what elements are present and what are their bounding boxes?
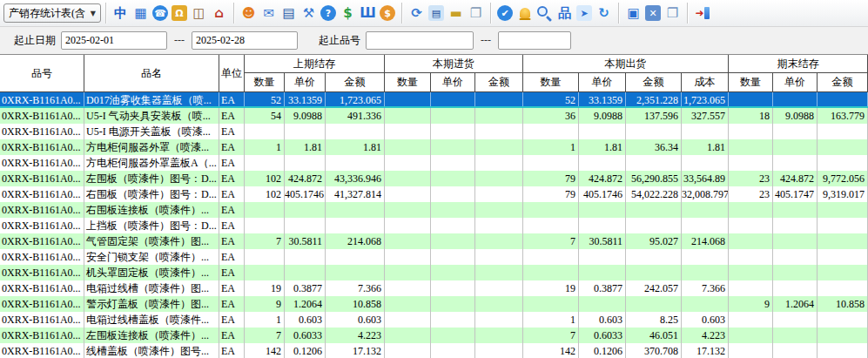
part-to-input[interactable] [498, 31, 571, 50]
refresh-icon[interactable]: ↻ [595, 4, 613, 23]
restore-window-icon[interactable]: ▣ [624, 4, 643, 23]
org-chart-icon[interactable]: 品 [555, 4, 574, 23]
cell-out-cost: 0.603 [682, 312, 729, 328]
cell-out-qty: 7 [523, 233, 579, 249]
table-row[interactable]: 0XRX-B1161A0...左围板连接板（喷漆件）...EA70.60334.… [0, 328, 868, 343]
cell-end-qty [729, 343, 773, 358]
cell-end-price [773, 312, 818, 328]
users-icon[interactable]: ☻ [239, 4, 258, 23]
table-row[interactable]: 0XRX-B1161A0...右围板（喷漆件）图号：D...EA102405.1… [0, 186, 868, 202]
cell-prev-amount [326, 202, 385, 218]
cell-unit: EA [219, 171, 245, 186]
report-type-selector[interactable]: 产销存统计表(含 ▼ [3, 3, 101, 23]
cell-end-amount: 9,319.017 [818, 186, 868, 202]
copy-icon[interactable]: ❐ [467, 4, 485, 23]
cart-icon[interactable]: Ш [359, 4, 377, 23]
cell-in-price [431, 202, 475, 218]
table-row[interactable]: 0XRX-B1161A0...方电柜伺服器外罩（喷漆...EA11.811.81… [0, 139, 868, 155]
cell-in-qty [385, 249, 431, 265]
notebook-icon[interactable]: ▤ [428, 5, 444, 21]
briefcase-icon[interactable]: ◫ [190, 4, 208, 23]
cell-out-amount [626, 265, 682, 280]
user-dollar-icon[interactable]: $ [380, 5, 395, 21]
table-row[interactable]: 0XRX-B1161A0...警示灯盖板（喷漆件）图...EA91.206410… [0, 296, 868, 312]
group-header-2: 本期出货数量单价金额成本 [523, 55, 729, 91]
table-row[interactable]: 0XRX-B1161A0...U5-I 气动夹具安装板（喷...EA549.09… [0, 108, 868, 124]
cell-out-cost [682, 218, 729, 233]
search-doc-icon[interactable] [535, 4, 554, 23]
cell-prev-amount: 4.223 [326, 328, 385, 343]
cell-unit: EA [219, 343, 245, 358]
table-row[interactable]: 0XRX-B1161A0...气管固定架（喷漆件）图...EA730.58112… [0, 233, 868, 249]
cell-in-qty [385, 202, 431, 218]
mail-icon[interactable]: ✉ [259, 4, 278, 23]
cell-end-price [773, 328, 818, 343]
exit-icon[interactable]: ➜ [693, 4, 711, 23]
date-from-input[interactable] [61, 31, 167, 50]
cell-unit: EA [219, 186, 245, 202]
table-row[interactable]: 0XRX-B1161A0...右围板连接板（喷漆件）...EA [0, 202, 868, 218]
table-row[interactable]: 0XRX-B1161A0...左围板（喷漆件）图号：D...EA102424.8… [0, 171, 868, 186]
lock-icon[interactable]: Ω [172, 5, 187, 21]
col-header: 单价 [285, 73, 326, 91]
home-icon[interactable]: ⌂ [210, 4, 228, 23]
cell-part-no: 0XRX-B1161A0... [0, 155, 84, 171]
cell-out-cost [682, 265, 729, 280]
main-toolbar: 产销存统计表(含 ▼ 中▦☎Ω◫⌂☻✉▤⚒?$Ш$⟳▤▬❐✔品➤↻▣✕❐➜ [0, 0, 868, 27]
cell-out-amount [626, 218, 682, 233]
cell-out-cost: 1.81 [682, 139, 729, 155]
table-row[interactable]: 0XRX-B1161A0...安全门锁支架（喷漆件）...EA [0, 249, 868, 265]
cell-end-amount [818, 155, 868, 171]
phone-icon[interactable]: ☎ [152, 5, 168, 21]
bell-icon[interactable] [515, 4, 534, 23]
cell-unit: EA [219, 124, 245, 139]
cell-in-price [431, 155, 475, 171]
table-row[interactable]: 0XRX-B1161A0...机头罩固定板（喷漆件）...EA [0, 265, 868, 280]
cascade-windows-icon[interactable]: ❐ [663, 4, 682, 23]
table-row[interactable]: 0XRX-B1161A0...电箱过线槽盖板（喷漆件...EA10.6030.6… [0, 312, 868, 328]
report-refresh-icon[interactable]: ⟳ [407, 4, 426, 23]
part-from-input[interactable] [366, 31, 474, 50]
cell-in-price [431, 92, 475, 106]
cell-prev-price [285, 202, 326, 218]
date-to-input[interactable] [192, 31, 298, 50]
table-row[interactable]: 0XRX-B1161A0...线槽盖板（喷漆件）图号...EA1420.1206… [0, 343, 868, 358]
cell-prev-amount: 41,327.814 [326, 186, 385, 202]
close-window-icon[interactable]: ✕ [645, 5, 661, 21]
help-icon[interactable]: ? [320, 5, 336, 21]
dollar-icon[interactable]: $ [339, 4, 357, 23]
cell-end-qty [729, 249, 773, 265]
tool-icon[interactable]: ⚒ [299, 4, 318, 23]
table-row[interactable]: 0XRX-B1161A0...上挡板（喷漆件）图号：D...EA [0, 218, 868, 233]
cell-end-price [773, 218, 818, 233]
grid-body: 0XRX-B1161A0...D017油雾收集器盖板（喷...EA5233.13… [0, 92, 868, 358]
cell-prev-qty: 7 [245, 328, 285, 343]
toolbar-separator [687, 3, 688, 24]
table-row[interactable]: 0XRX-B1161A0...方电柜伺服器外罩盖板A（...EA [0, 155, 868, 171]
cell-end-qty [729, 233, 773, 249]
org-chart-icon-glyph: 品 [558, 7, 571, 20]
approve-check-icon[interactable]: ✔ [497, 5, 513, 21]
table-row[interactable]: 0XRX-B1161A0...D017油雾收集器盖板（喷...EA5233.13… [0, 92, 868, 108]
book-icon[interactable]: ▤ [279, 4, 298, 23]
cell-product-name: D017油雾收集器盖板（喷... [84, 92, 219, 106]
cell-in-amount [475, 218, 523, 233]
cell-in-price [431, 171, 475, 186]
table-row[interactable]: 0XRX-B1161A0...电箱过线槽（喷漆件）图...EA190.38777… [0, 280, 868, 296]
cell-prev-price: 0.1206 [285, 343, 326, 358]
table-row[interactable]: 0XRX-B1161A0...U5-I 电源开关盖板（喷漆...EA [0, 124, 868, 139]
screen-pointer-icon[interactable]: ➤ [576, 5, 592, 21]
cell-in-amount [475, 312, 523, 328]
cell-prev-qty [245, 265, 285, 280]
monitor-icon[interactable]: ▦ [131, 4, 150, 23]
cell-out-price: 424.872 [579, 171, 626, 186]
cell-prev-price [285, 265, 326, 280]
cell-prev-amount [326, 249, 385, 265]
cell-out-qty [523, 124, 579, 139]
cell-unit: EA [219, 92, 245, 106]
translate-icon[interactable]: 中 [111, 4, 130, 23]
cell-out-qty: 79 [523, 186, 579, 202]
drawer-icon[interactable]: ▬ [447, 4, 465, 23]
cell-out-qty: 1 [523, 139, 579, 155]
cell-end-price: 9.0988 [773, 108, 818, 124]
